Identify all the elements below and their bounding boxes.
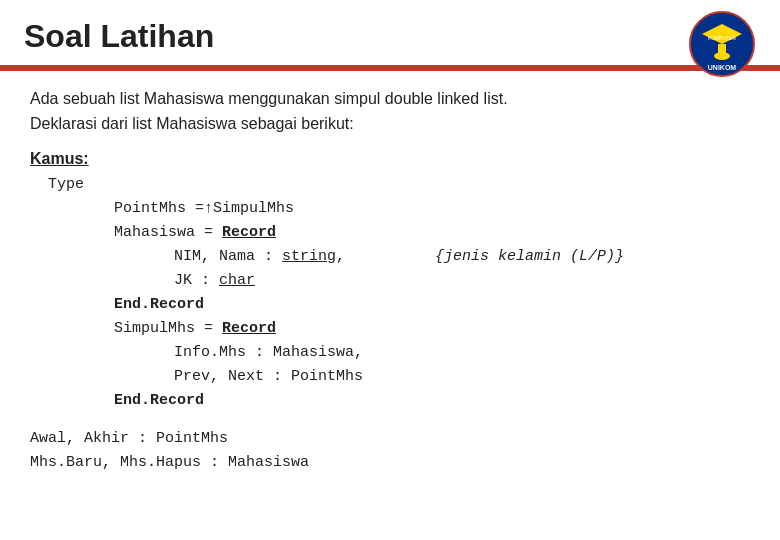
string-label: string <box>282 248 336 265</box>
char-label: char <box>219 272 255 289</box>
svg-text:UNIKOM: UNIKOM <box>708 64 737 71</box>
code-block: Type PointMhs =↑SimpulMhs Mahasiswa = Re… <box>30 173 750 413</box>
footer-line1: Awal, Akhir : PointMhs <box>30 430 228 447</box>
page: Soal Latihan UNIKOM KOMPUTER Ada sebuah … <box>0 0 780 540</box>
intro-line1: Ada sebuah list Mahasiswa menggunakan si… <box>30 90 508 107</box>
end-record2: End.Record <box>30 389 750 413</box>
end-record1: End.Record <box>30 293 750 317</box>
header: Soal Latihan UNIKOM KOMPUTER <box>0 0 780 65</box>
intro-text: Ada sebuah list Mahasiswa menggunakan si… <box>30 87 750 137</box>
comment-text: {jenis kelamin (L/P)} <box>435 248 624 265</box>
jk-char-line: JK : char <box>30 269 750 293</box>
intro-line2: Deklarasi dari list Mahasiswa sebagai be… <box>30 115 354 132</box>
type-keyword: Type <box>30 173 750 197</box>
page-title: Soal Latihan <box>24 18 214 55</box>
record2-label: Record <box>222 320 276 337</box>
footer-line2: Mhs.Baru, Mhs.Hapus : Mahasiswa <box>30 454 309 471</box>
header-divider <box>0 65 780 71</box>
svg-point-4 <box>714 52 730 60</box>
kamus-label: Kamus: <box>30 147 750 172</box>
main-content: Ada sebuah list Mahasiswa menggunakan si… <box>0 87 780 475</box>
simpulmhs-record-line: SimpulMhs = Record <box>30 317 750 341</box>
svg-text:KOMPUTER: KOMPUTER <box>708 35 737 41</box>
footer-section: Awal, Akhir : PointMhs Mhs.Baru, Mhs.Hap… <box>30 427 750 475</box>
prev-next-line: Prev, Next : PointMhs <box>30 365 750 389</box>
nim-nama-line: NIM, Nama : string, {jenis kelamin (L/P)… <box>30 245 750 269</box>
infomhs-line: Info.Mhs : Mahasiswa, <box>30 341 750 365</box>
logo: UNIKOM KOMPUTER <box>688 10 756 78</box>
mahasiswa-record-line: Mahasiswa = Record <box>30 221 750 245</box>
pointmhs-line: PointMhs =↑SimpulMhs <box>30 197 750 221</box>
record1-label: Record <box>222 224 276 241</box>
